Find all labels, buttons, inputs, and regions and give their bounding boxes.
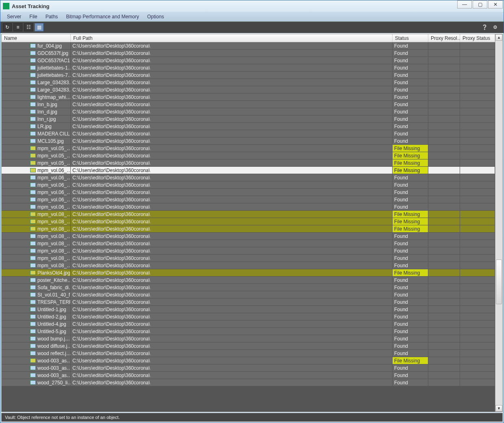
table-row[interactable]: MCL105.jpgC:\Users\editor\Desktop\360cor… [2,137,495,145]
table-row[interactable]: mpm_vol.06_…C:\Users\editor\Desktop\360c… [2,181,495,189]
minimize-button[interactable]: ― [457,0,472,9]
cell-proxy-status [460,291,495,298]
table-row[interactable]: lnn_d.jpgC:\Users\editor\Desktop\360coro… [2,108,495,116]
scroll-thumb[interactable] [496,259,502,304]
table-row[interactable]: wood_2750_li…C:\Users\editor\Desktop\360… [2,379,495,386]
table-row[interactable]: GDC6537fAC1…C:\Users\editor\Desktop\360c… [2,57,495,64]
cell-path: C:\Users\editor\Desktop\360corona\ [71,64,393,71]
table-row[interactable]: lnn_b.jpgC:\Users\editor\Desktop\360coro… [2,101,495,108]
table-row[interactable]: juliettebates-7…C:\Users\editor\Desktop\… [2,72,495,79]
table-row[interactable]: wood-003_as…C:\Users\editor\Desktop\360c… [2,372,495,379]
table-row[interactable]: Untitled-2.jpgC:\Users\editor\Desktop\36… [2,313,495,321]
cell-proxy-status [460,379,495,386]
scroll-track[interactable] [495,41,502,405]
table-row[interactable]: poster_Kitche…C:\Users\editor\Desktop\36… [2,277,495,284]
cell-proxy-status [460,328,495,335]
cell-proxy-resolution [428,225,460,232]
table-row[interactable]: mpm_vol.08_…C:\Users\editor\Desktop\360c… [2,211,495,218]
table-row[interactable]: juliettebates-1…C:\Users\editor\Desktop\… [2,64,495,72]
cell-proxy-resolution [428,57,460,64]
table-rows[interactable]: fur_004.jpgC:\Users\editor\Desktop\360co… [2,42,495,412]
table-row[interactable]: lnn_r.jpgC:\Users\editor\Desktop\360coro… [2,116,495,123]
cell-status: File Missing [393,218,428,225]
cell-name: lnn_r.jpg [2,116,71,122]
menu-server[interactable]: Server [3,14,25,20]
file-name-text: wood-003_as… [37,373,71,378]
table-row[interactable]: mpm_vol.06_…C:\Users\editor\Desktop\360c… [2,203,495,211]
col-fullpath[interactable]: Full Path [71,34,393,42]
cell-proxy-status [460,255,495,262]
asset-table: Name Full Path Status Proxy Resol… Proxy… [1,34,503,412]
table-row[interactable]: Large_034283…C:\Users\editor\Desktop\360… [2,86,495,94]
vertical-scrollbar[interactable]: ▲ ▼ [495,34,502,412]
scroll-up-icon[interactable]: ▲ [495,34,502,41]
titlebar[interactable]: Asset Tracking ― ▢ ✕ [0,0,504,12]
table-row[interactable]: St_vol.01_40_f…C:\Users\editor\Desktop\3… [2,291,495,299]
table-row[interactable]: Untitled-5.jpgC:\Users\editor\Desktop\36… [2,328,495,335]
col-proxy-resolution[interactable]: Proxy Resol… [428,34,460,42]
toolbar: ↻ ≡ ☷ ▦ ❔ ⚙ [0,22,504,33]
table-row[interactable]: mpm_vol.06_…C:\Users\editor\Desktop\360c… [2,189,495,196]
cell-name: GDC6537fAC1… [2,57,71,64]
help-icon[interactable]: ❔ [480,23,489,31]
table-row[interactable]: mpm_vol.08_…C:\Users\editor\Desktop\360c… [2,262,495,269]
cell-path: C:\Users\editor\Desktop\360corona\ [71,137,393,144]
menu-options[interactable]: Options [143,14,168,20]
table-row[interactable]: mpm_vol.08_…C:\Users\editor\Desktop\360c… [2,255,495,262]
table-row[interactable]: mpm_vol.05_…C:\Users\editor\Desktop\360c… [2,159,495,167]
table-row[interactable]: mpm_vol.08_…C:\Users\editor\Desktop\360c… [2,218,495,225]
table-row[interactable]: fur_004.jpgC:\Users\editor\Desktop\360co… [2,42,495,50]
table-row[interactable]: wood-003_as…C:\Users\editor\Desktop\360c… [2,364,495,372]
table-row[interactable]: mpm_vol.06_…C:\Users\editor\Desktop\360c… [2,167,495,174]
menu-file[interactable]: File [25,14,41,20]
table-row[interactable]: TRESPA_TERR…C:\Users\editor\Desktop\360c… [2,299,495,306]
cell-status: File Missing [393,211,428,218]
table-row[interactable]: mpm_vol.08_…C:\Users\editor\Desktop\360c… [2,225,495,233]
cell-path: C:\Users\editor\Desktop\360corona\ [71,181,393,188]
file-name-text: mpm_vol.05_… [37,153,71,159]
table-row[interactable]: lightmap_whi…C:\Users\editor\Desktop\360… [2,94,495,101]
table-row[interactable]: mpm_vol.08_…C:\Users\editor\Desktop\360c… [2,240,495,247]
table-row[interactable]: mpm_vol.05_…C:\Users\editor\Desktop\360c… [2,145,495,152]
tree-icon[interactable]: ☷ [24,23,33,31]
cell-name: TRESPA_TERR… [2,299,71,305]
file-icon [30,80,36,85]
table-row[interactable]: wood reflect.j…C:\Users\editor\Desktop\3… [2,350,495,357]
close-button[interactable]: ✕ [488,0,503,9]
file-name-text: mpm_vol.06_… [37,182,71,188]
table-header: Name Full Path Status Proxy Resol… Proxy… [2,34,495,42]
col-name[interactable]: Name [2,34,71,42]
table-row[interactable]: wood-003_as…C:\Users\editor\Desktop\360c… [2,357,495,364]
col-status[interactable]: Status [393,34,428,42]
table-icon[interactable]: ▦ [35,23,44,31]
table-row[interactable]: PlanksOld4.jpgC:\Users\editor\Desktop\36… [2,269,495,277]
settings-icon[interactable]: ⚙ [491,23,500,31]
refresh-icon[interactable]: ↻ [3,23,12,31]
cell-proxy-resolution [428,196,460,203]
menu-paths[interactable]: Paths [41,14,62,20]
cell-proxy-status [460,137,495,144]
table-row[interactable]: mpm_vol.06_…C:\Users\editor\Desktop\360c… [2,196,495,203]
table-row[interactable]: mpm_vol.08_…C:\Users\editor\Desktop\360c… [2,247,495,255]
table-row[interactable]: mpm_vol.08_…C:\Users\editor\Desktop\360c… [2,233,495,240]
table-row[interactable]: wood bump.j…C:\Users\editor\Desktop\360c… [2,335,495,342]
file-name-text: mpm_vol.08_… [37,248,71,254]
scroll-down-icon[interactable]: ▼ [495,405,502,412]
table-row[interactable]: Untitled-1.jpgC:\Users\editor\Desktop\36… [2,306,495,313]
cell-path: C:\Users\editor\Desktop\360corona\ [71,108,393,115]
table-row[interactable]: mpm_vol.06_…C:\Users\editor\Desktop\360c… [2,174,495,181]
table-row[interactable]: Sofa_fabric_di…C:\Users\editor\Desktop\3… [2,284,495,291]
table-row[interactable]: wood diffuse.j…C:\Users\editor\Desktop\3… [2,342,495,350]
table-row[interactable]: Untitled-4.jpgC:\Users\editor\Desktop\36… [2,321,495,328]
list-icon[interactable]: ≡ [13,23,22,31]
cell-proxy-resolution [428,335,460,342]
table-row[interactable]: MADERA CILL…C:\Users\editor\Desktop\360c… [2,130,495,137]
table-row[interactable]: LR.jpgC:\Users\editor\Desktop\360corona\… [2,123,495,130]
table-row[interactable]: GDC6537f.jpgC:\Users\editor\Desktop\360c… [2,50,495,57]
menu-bitmap-performance[interactable]: Bitmap Performance and Memory [62,14,143,20]
maximize-button[interactable]: ▢ [473,0,487,9]
table-row[interactable]: mpm_vol.05_…C:\Users\editor\Desktop\360c… [2,152,495,159]
cell-name: mpm_vol.06_… [2,174,71,181]
col-proxy-status[interactable]: Proxy Status [460,34,495,42]
table-row[interactable]: Large_034283…C:\Users\editor\Desktop\360… [2,79,495,86]
